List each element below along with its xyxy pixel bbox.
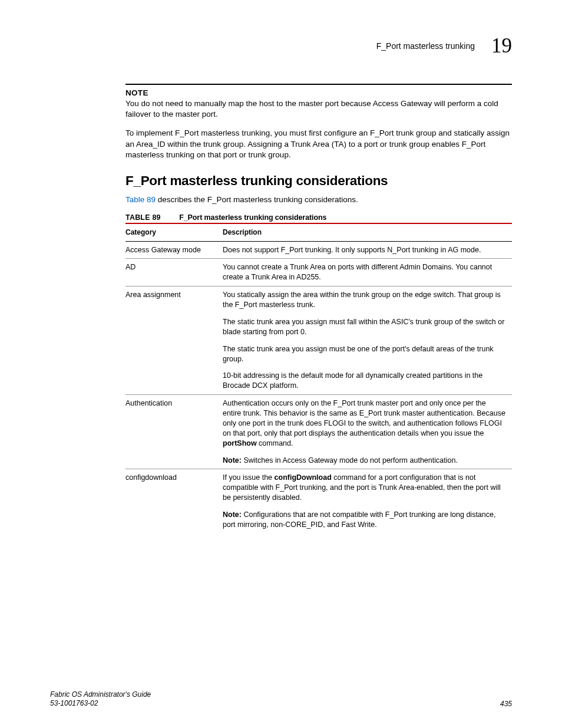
table-title: F_Port masterless trunking consideration… [179,213,326,222]
table-cell-category: configdownload [125,469,223,533]
section-heading: F_Port masterless trunking consideration… [125,173,512,189]
table-header-category: Category [125,223,223,241]
lead-rest: describes the F_Port masterless trunking… [156,195,358,204]
table-cell-description: Does not support F_Port trunking. It onl… [223,241,512,259]
description-paragraph: The static trunk area you assign must fa… [223,317,506,337]
table-row: configdownloadIf you issue the configDow… [125,469,512,533]
note-label: NOTE [125,88,512,97]
table-cell-category: Area assignment [125,286,223,395]
table-caption: TABLE 89 F_Port masterless trunking cons… [125,213,512,222]
footer-doc-number: 53-1001763-02 [50,699,151,708]
footer-page-number: 435 [500,700,512,708]
description-paragraph: Note: Switches in Access Gateway mode do… [223,456,506,466]
description-paragraph: You statically assign the area within th… [223,290,506,310]
table-header-description: Description [223,223,512,241]
table-cell-description: If you issue the configDownload command … [223,469,512,533]
description-paragraph: Authentication occurs only on the F_Port… [223,398,506,448]
running-header: F_Port masterless trunking 19 [50,34,512,58]
table-row: AuthenticationAuthentication occurs only… [125,395,512,469]
footer-book-title: Fabric OS Administrator's Guide [50,690,151,699]
page-footer: Fabric OS Administrator's Guide 53-10017… [50,690,512,708]
description-paragraph: The static trunk area you assign must be… [223,344,506,364]
table-cell-description: Authentication occurs only on the F_Port… [223,395,512,469]
description-paragraph: Note: Configurations that are not compat… [223,510,506,530]
table-cell-category: Authentication [125,395,223,469]
table-row: Area assignmentYou statically assign the… [125,286,512,395]
intro-paragraph: To implement F_Port masterless trunking,… [125,128,512,160]
note-rule [125,84,512,85]
considerations-table: Category Description Access Gateway mode… [125,223,512,533]
table-cell-category: Access Gateway mode [125,241,223,259]
table-cross-reference-link[interactable]: Table 89 [125,195,156,204]
chapter-number: 19 [491,34,512,58]
content-area: NOTE You do not need to manually map the… [125,84,512,533]
note-body: You do not need to manually map the host… [125,98,512,120]
section-title: F_Port masterless trunking [376,41,475,51]
table-cell-description: You statically assign the area within th… [223,286,512,395]
table-cell-description: You cannot create a Trunk Area on ports … [223,259,512,286]
description-paragraph: 10-bit addressing is the default mode fo… [223,371,506,391]
description-paragraph: You cannot create a Trunk Area on ports … [223,262,506,282]
description-paragraph: If you issue the configDownload command … [223,473,506,503]
table-row: ADYou cannot create a Trunk Area on port… [125,259,512,286]
lead-paragraph: Table 89 describes the F_Port masterless… [125,195,512,205]
table-cell-category: AD [125,259,223,286]
table-row: Access Gateway modeDoes not support F_Po… [125,241,512,259]
table-label: TABLE 89 [125,213,161,222]
description-paragraph: Does not support F_Port trunking. It onl… [223,245,506,255]
